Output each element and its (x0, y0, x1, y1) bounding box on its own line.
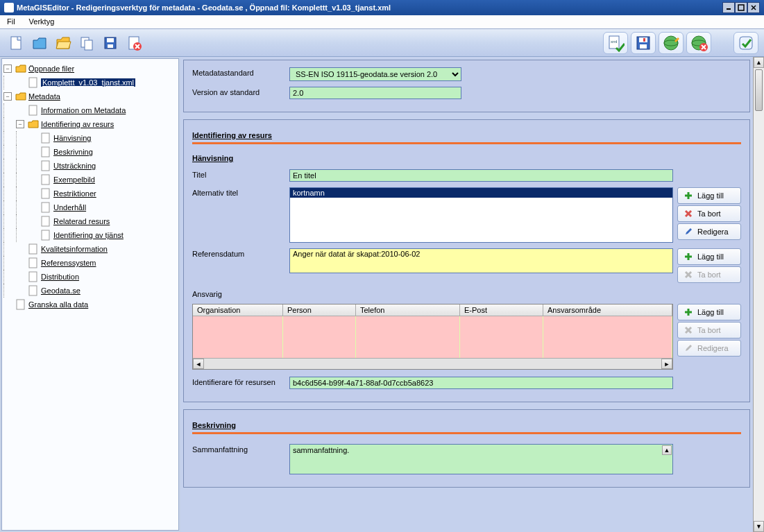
tree-restriktioner[interactable]: Restriktioner (53, 189, 96, 198)
refdatum-item[interactable]: Anger när datat är skapat:2010-06-02 (290, 249, 672, 259)
tree-opened-files[interactable]: Öppnade filer (28, 65, 74, 73)
version-standard-field[interactable] (289, 87, 461, 99)
svg-rect-31 (42, 147, 49, 157)
svg-rect-40 (29, 272, 37, 282)
open-file-button[interactable] (29, 33, 50, 53)
save-button[interactable] (100, 33, 121, 53)
tree-hanvisning[interactable]: Hänvisning (53, 134, 91, 142)
xml-validate-button[interactable]: xml (603, 32, 628, 54)
ansvarig-edit-button[interactable]: Redigera (677, 340, 741, 357)
refdatum-add-button[interactable]: Lägg till (677, 248, 741, 265)
scroll-track[interactable] (754, 68, 764, 521)
section-divider (192, 432, 741, 434)
sammanfattning-label: Sammanfattning (192, 444, 289, 454)
x-icon (684, 209, 693, 218)
col-org[interactable]: Organisation (193, 304, 283, 316)
file-icon (28, 243, 39, 255)
ansvarig-table[interactable]: Organisation Person Telefon E-Post Ansva… (192, 304, 673, 370)
tree-exempelbild[interactable]: Exempelbild (53, 175, 95, 184)
file-icon (28, 285, 39, 296)
file-icon (28, 257, 39, 268)
tree-beskrivning[interactable]: Beskrivning (53, 148, 93, 156)
globe-upload-button[interactable] (659, 32, 684, 54)
table-cell[interactable] (460, 316, 543, 358)
col-tel[interactable]: Telefon (356, 304, 460, 316)
new-file-button[interactable] (6, 33, 26, 53)
tree-collapse-icon[interactable]: − (3, 92, 12, 101)
file-icon (40, 216, 51, 227)
tree-collapse-icon[interactable]: − (16, 120, 24, 128)
alt-titel-add-button[interactable]: Lägg till (677, 187, 741, 204)
delete-file-button[interactable] (124, 33, 144, 53)
tree-kvalitet[interactable]: Kvalitetsinformation (41, 245, 108, 253)
table-cell[interactable] (543, 316, 672, 358)
pencil-icon (684, 343, 693, 353)
tree-granska[interactable]: Granska alla data (28, 300, 88, 309)
tree-metadata[interactable]: Metadata (28, 92, 60, 101)
alt-titel-listbox[interactable]: kortnamn (289, 187, 673, 243)
titel-label: Titel (192, 169, 289, 179)
table-cell[interactable] (283, 316, 356, 358)
vertical-scrollbar[interactable]: ▲ ▼ (753, 57, 764, 532)
sammanfattning-textarea[interactable]: sammanfattning. ▲ (289, 444, 673, 474)
app-icon (4, 3, 14, 12)
file-icon (40, 174, 51, 185)
tree-geodata[interactable]: Geodata.se (41, 286, 80, 295)
validate-check-button[interactable] (733, 32, 758, 54)
col-omrade[interactable]: Ansvarsområde (543, 304, 672, 316)
alt-titel-remove-button[interactable]: Ta bort (677, 205, 741, 222)
file-icon (40, 160, 51, 171)
window-title: MetaGISEditor - Redigeringsverktyg för m… (17, 3, 391, 12)
menu-bar: Fil Verktyg (0, 15, 764, 29)
tree-distribution[interactable]: Distribution (41, 273, 79, 281)
tree-info-metadata[interactable]: Information om Metadata (41, 106, 126, 114)
table-cell[interactable] (193, 316, 283, 358)
refdatum-remove-button[interactable]: Ta bort (677, 266, 741, 283)
table-cell[interactable] (356, 316, 460, 358)
alt-titel-item[interactable]: kortnamn (290, 188, 672, 198)
scroll-thumb[interactable] (755, 69, 763, 111)
h-scroll-track[interactable] (204, 359, 661, 369)
svg-rect-4 (11, 37, 21, 49)
ident-resurs-input[interactable] (289, 377, 673, 389)
tree-file-1[interactable]: Komplettt_v1.03_tjanst.xml (41, 78, 135, 87)
maximize-button[interactable] (735, 2, 747, 13)
svg-rect-27 (740, 37, 752, 49)
scroll-up-icon[interactable]: ▲ (754, 57, 764, 68)
svg-rect-41 (29, 286, 37, 295)
tree-utstrackning[interactable]: Utsträckning (53, 162, 96, 170)
svg-rect-35 (42, 203, 49, 212)
tree-referenssystem[interactable]: Referenssystem (41, 259, 96, 267)
tree-ident-resurs[interactable]: Identifiering av resurs (41, 120, 114, 128)
file-icon (28, 77, 39, 88)
identifiering-panel: Identifiering av resurs Hänvisning Titel… (183, 119, 750, 402)
ansvarig-add-button[interactable]: Lägg till (677, 304, 741, 320)
save-disk-button[interactable] (631, 32, 656, 54)
open-folder-button[interactable] (53, 33, 74, 53)
alt-titel-label: Alternativ titel (192, 187, 289, 197)
refdatum-listbox[interactable]: Anger när datat är skapat:2010-06-02 (289, 248, 673, 273)
scroll-left-icon[interactable]: ◄ (193, 359, 204, 369)
close-button[interactable] (747, 2, 760, 13)
alt-titel-edit-button[interactable]: Redigera (677, 223, 741, 240)
tree-relaterad-resurs[interactable]: Relaterad resurs (53, 217, 110, 225)
col-epost[interactable]: E-Post (460, 304, 543, 316)
ansvarig-remove-button[interactable]: Ta bort (677, 322, 741, 338)
tree-collapse-icon[interactable]: − (3, 65, 12, 73)
menu-file[interactable]: Fil (0, 15, 22, 28)
tree-underhall[interactable]: Underhåll (53, 203, 86, 212)
metadatastandard-select[interactable]: SS-EN ISO 19115-geodata.se version 2.0 (289, 67, 461, 81)
copy-button[interactable] (76, 33, 97, 53)
scroll-up-icon[interactable]: ▲ (662, 445, 672, 455)
menu-tools[interactable]: Verktyg (22, 15, 62, 28)
sidebar-tree[interactable]: − Öppnade filer Komplettt_v1.03_tjanst.x… (1, 58, 179, 531)
section-title-identifiering: Identifiering av resurs (192, 131, 741, 139)
minimize-button[interactable] (722, 2, 735, 13)
titel-input[interactable] (289, 169, 673, 182)
scroll-down-icon[interactable]: ▼ (754, 521, 764, 532)
svg-rect-36 (42, 216, 49, 226)
globe-delete-button[interactable] (686, 32, 711, 54)
scroll-right-icon[interactable]: ► (661, 359, 672, 369)
col-person[interactable]: Person (283, 304, 356, 316)
tree-ident-tjanst[interactable]: Identifiering av tjänst (53, 231, 124, 239)
